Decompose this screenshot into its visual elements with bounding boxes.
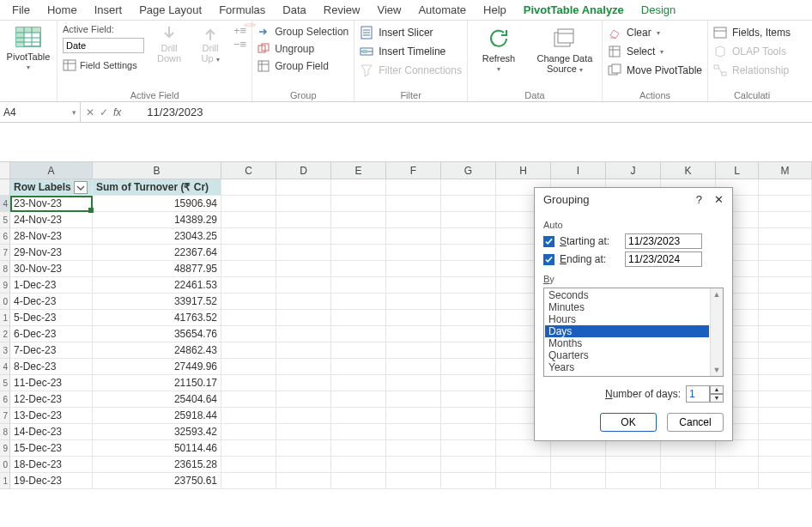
cell[interactable]	[331, 359, 386, 375]
cell[interactable]	[759, 440, 812, 457]
cell[interactable]	[386, 310, 441, 326]
row-header[interactable]: 0	[0, 457, 10, 473]
menu-review[interactable]: Review	[317, 2, 367, 18]
dialog-help-button[interactable]: ?	[696, 193, 702, 206]
row-header[interactable]: 9	[0, 277, 10, 294]
cell-turnover[interactable]: 22461.53	[93, 277, 221, 294]
starting-at-input[interactable]	[625, 233, 702, 249]
cell[interactable]	[276, 342, 331, 359]
ungroup-button[interactable]: Ungroup	[258, 43, 348, 55]
col-header-L[interactable]: L	[716, 162, 759, 179]
row-header[interactable]: 6	[0, 391, 10, 408]
cell[interactable]	[276, 196, 331, 212]
insert-slicer-button[interactable]: Insert Slicer	[360, 26, 462, 39]
cell-turnover[interactable]: 21150.17	[93, 375, 221, 391]
spin-up-button[interactable]: ▲	[710, 385, 724, 394]
cell[interactable]	[331, 261, 386, 277]
cell[interactable]	[551, 457, 606, 473]
cell[interactable]	[441, 277, 496, 294]
cell[interactable]	[276, 457, 331, 473]
cell[interactable]	[759, 228, 812, 245]
row-header[interactable]: 4	[0, 196, 10, 212]
formula-text[interactable]: 11/23/2023	[126, 106, 203, 118]
by-option-minutes[interactable]: Minutes	[545, 301, 709, 313]
cell[interactable]	[441, 473, 496, 489]
cell[interactable]	[386, 457, 441, 473]
cell[interactable]	[716, 473, 759, 489]
cell[interactable]	[276, 277, 331, 294]
cell-date[interactable]: 6-Dec-23	[10, 326, 93, 342]
row-header[interactable]	[0, 179, 10, 196]
row-header[interactable]: 1	[0, 310, 10, 326]
cell[interactable]	[386, 179, 441, 196]
cell[interactable]	[276, 391, 331, 408]
scroll-up-icon[interactable]: ▲	[711, 288, 723, 300]
cell[interactable]	[221, 326, 276, 342]
cell[interactable]	[276, 228, 331, 245]
by-option-days[interactable]: Days	[545, 325, 709, 337]
col-header-B[interactable]: B	[93, 162, 221, 179]
cell[interactable]	[759, 310, 812, 326]
cell[interactable]	[276, 473, 331, 489]
row-header[interactable]: 1	[0, 473, 10, 489]
cell[interactable]	[386, 294, 441, 310]
cell[interactable]	[276, 310, 331, 326]
cell[interactable]	[221, 277, 276, 294]
cell[interactable]	[221, 359, 276, 375]
field-settings-button[interactable]: Field Settings	[63, 57, 144, 72]
cell-date[interactable]: 11-Dec-23	[10, 375, 93, 391]
cell[interactable]	[386, 375, 441, 391]
cell[interactable]	[759, 375, 812, 391]
cell[interactable]	[606, 440, 661, 457]
cell[interactable]	[221, 294, 276, 310]
row-header[interactable]: 8	[0, 424, 10, 440]
col-header-A[interactable]: A	[10, 162, 93, 179]
cell[interactable]	[276, 261, 331, 277]
cell[interactable]	[606, 457, 661, 473]
menu-design[interactable]: Design	[634, 2, 682, 18]
cell-date[interactable]: 15-Dec-23	[10, 440, 93, 457]
turnover-header[interactable]: Sum of Turnover (₹ Cr)	[93, 179, 221, 196]
cell[interactable]	[441, 196, 496, 212]
cell-date[interactable]: 7-Dec-23	[10, 342, 93, 359]
select-button[interactable]: Select ▾	[608, 45, 702, 58]
col-header-I[interactable]: I	[551, 162, 606, 179]
cell[interactable]	[759, 196, 812, 212]
cell-date[interactable]: 5-Dec-23	[10, 310, 93, 326]
cell-turnover[interactable]: 27449.96	[93, 359, 221, 375]
by-option-seconds[interactable]: Seconds	[545, 289, 709, 301]
menu-home[interactable]: Home	[40, 2, 84, 18]
cell[interactable]	[331, 408, 386, 424]
cell[interactable]	[759, 179, 812, 196]
cell-turnover[interactable]: 15906.94	[93, 196, 221, 212]
cell[interactable]	[441, 342, 496, 359]
cell[interactable]	[441, 391, 496, 408]
cell-date[interactable]: 19-Dec-23	[10, 473, 93, 489]
ending-at-input[interactable]	[625, 251, 702, 267]
menu-formulas[interactable]: Formulas	[212, 2, 272, 18]
cell[interactable]	[441, 245, 496, 261]
cell[interactable]	[759, 342, 812, 359]
cell-date[interactable]: 18-Dec-23	[10, 457, 93, 473]
cell[interactable]	[221, 261, 276, 277]
col-header-G[interactable]: G	[441, 162, 496, 179]
cell-turnover[interactable]: 14389.29	[93, 212, 221, 228]
number-of-days-input[interactable]	[686, 385, 710, 403]
cell-date[interactable]: 24-Nov-23	[10, 212, 93, 228]
cell[interactable]	[276, 359, 331, 375]
clear-button[interactable]: Clear ▾	[608, 26, 702, 39]
cell[interactable]	[221, 408, 276, 424]
menu-pivottable-analyze[interactable]: PivotTable Analyze	[517, 2, 631, 18]
cell[interactable]	[759, 408, 812, 424]
cell[interactable]	[661, 473, 716, 489]
cell[interactable]	[221, 375, 276, 391]
cell[interactable]	[276, 424, 331, 440]
cell[interactable]	[276, 179, 331, 196]
cell[interactable]	[441, 326, 496, 342]
cell[interactable]	[386, 391, 441, 408]
menu-data[interactable]: Data	[276, 2, 312, 18]
cell[interactable]	[331, 228, 386, 245]
cell[interactable]	[386, 424, 441, 440]
col-header-E[interactable]: E	[331, 162, 386, 179]
cell[interactable]	[221, 245, 276, 261]
